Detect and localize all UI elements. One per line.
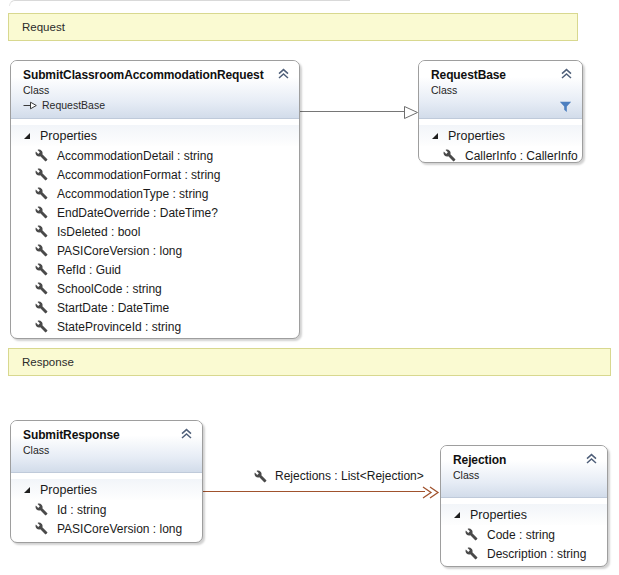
wrench-icon — [35, 522, 48, 535]
wrench-icon — [35, 168, 48, 181]
class-title: RequestBase — [431, 68, 572, 82]
class-body: Properties AccommodationDetail : string … — [11, 119, 299, 336]
wrench-icon — [465, 547, 478, 560]
compartment-header-properties[interactable]: Properties — [419, 125, 582, 146]
inherits-base-name: RequestBase — [42, 99, 105, 111]
expander-triangle-icon[interactable] — [431, 132, 439, 140]
property-text: Description : string — [487, 547, 586, 561]
compartment-label: Properties — [40, 483, 97, 497]
expander-triangle-icon[interactable] — [23, 486, 31, 494]
property-text: AccommodationFormat : string — [57, 168, 220, 182]
collapse-chevron-icon[interactable] — [180, 428, 193, 440]
property-text: Id : string — [57, 503, 106, 517]
wrench-icon — [254, 470, 267, 483]
property-text: IsDeleted : bool — [57, 225, 140, 239]
class-title: SubmitResponse — [23, 428, 192, 442]
inherits-row: RequestBase — [23, 99, 289, 111]
clipped-shape-edge — [9, 0, 350, 6]
association-connector-line[interactable] — [203, 491, 425, 492]
property-row[interactable]: PASICoreVersion : long — [11, 241, 299, 260]
wrench-icon — [35, 503, 48, 516]
class-header: RequestBase Class — [419, 61, 582, 119]
compartment-label: Properties — [40, 129, 97, 143]
inheritance-arrowhead-icon — [404, 105, 419, 123]
association-label-text: Rejections : List<Rejection> — [275, 469, 424, 483]
inheritance-arrow-icon — [23, 101, 38, 110]
property-text: PASICoreVersion : long — [57, 244, 182, 258]
property-row[interactable]: PASICoreVersion : long — [11, 519, 202, 538]
property-text: AccommodationDetail : string — [57, 149, 213, 163]
wrench-icon — [35, 320, 48, 333]
expander-triangle-icon[interactable] — [23, 132, 31, 140]
property-text: RefId : Guid — [57, 263, 121, 277]
wrench-icon — [35, 244, 48, 257]
association-label[interactable]: Rejections : List<Rejection> — [254, 469, 424, 483]
wrench-icon — [35, 263, 48, 276]
property-text: SchoolCode : string — [57, 282, 162, 296]
property-row[interactable]: SchoolCode : string — [11, 279, 299, 298]
compartment-label: Properties — [470, 508, 527, 522]
class-diagram-canvas: Request Response Rejections : List<Rejec… — [0, 0, 619, 575]
collapse-chevron-icon[interactable] — [560, 68, 573, 80]
collapse-chevron-icon[interactable] — [585, 453, 598, 465]
class-stereotype: Class — [23, 444, 192, 456]
wrench-icon — [35, 187, 48, 200]
property-text: EndDateOverride : DateTime? — [57, 206, 218, 220]
class-body: Properties CallerInfo : CallerInfo — [419, 119, 582, 163]
filter-funnel-icon[interactable] — [559, 101, 572, 113]
banner-label: Request — [22, 21, 65, 33]
compartment-header-properties[interactable]: Properties — [11, 125, 299, 146]
property-row[interactable]: AccommodationType : string — [11, 184, 299, 203]
property-row[interactable]: AccommodationDetail : string — [11, 146, 299, 165]
class-shape-submit-response[interactable]: SubmitResponse Class Properties Id : str… — [10, 420, 203, 543]
inheritance-connector-line[interactable] — [300, 111, 406, 112]
wrench-icon — [465, 528, 478, 541]
class-header: Rejection Class — [441, 446, 607, 498]
wrench-icon — [35, 206, 48, 219]
banner-label: Response — [22, 356, 74, 368]
class-title: SubmitClassroomAccommodationRequest — [23, 68, 289, 82]
property-text: CallerInfo : CallerInfo — [465, 149, 578, 163]
property-row[interactable]: IsDeleted : bool — [11, 222, 299, 241]
compartment-label: Properties — [448, 129, 505, 143]
property-text: Code : string — [487, 528, 555, 542]
wrench-icon — [35, 149, 48, 162]
property-text: PASICoreVersion : long — [57, 522, 182, 536]
class-stereotype: Class — [431, 84, 572, 96]
association-arrowhead-icon — [422, 485, 440, 503]
expander-triangle-icon[interactable] — [453, 511, 461, 519]
wrench-icon — [35, 282, 48, 295]
comment-banner-request[interactable]: Request — [8, 13, 578, 41]
class-shape-submit-classroom-accommodation-request[interactable]: SubmitClassroomAccommodationRequest Clas… — [10, 60, 300, 339]
class-body: Properties Id : string PASICoreVersion :… — [11, 473, 202, 538]
compartment-header-properties[interactable]: Properties — [441, 504, 607, 525]
property-text: StartDate : DateTime — [57, 301, 169, 315]
comment-banner-response[interactable]: Response — [8, 348, 611, 376]
class-header: SubmitResponse Class — [11, 421, 202, 473]
property-row[interactable]: EndDateOverride : DateTime? — [11, 203, 299, 222]
class-body: Properties Code : string Description : s… — [441, 498, 607, 563]
wrench-icon — [35, 301, 48, 314]
property-text: AccommodationType : string — [57, 187, 208, 201]
property-row[interactable]: AccommodationFormat : string — [11, 165, 299, 184]
class-stereotype: Class — [23, 84, 289, 96]
wrench-icon — [35, 225, 48, 238]
class-stereotype: Class — [453, 469, 597, 481]
class-header: SubmitClassroomAccommodationRequest Clas… — [11, 61, 299, 119]
property-row[interactable]: Description : string — [441, 544, 607, 563]
compartment-header-properties[interactable]: Properties — [11, 479, 202, 500]
class-title: Rejection — [453, 453, 597, 467]
collapse-chevron-icon[interactable] — [277, 68, 290, 80]
property-row[interactable]: RefId : Guid — [11, 260, 299, 279]
class-shape-request-base[interactable]: RequestBase Class Properties CallerInfo … — [418, 60, 583, 163]
property-row[interactable]: StartDate : DateTime — [11, 298, 299, 317]
property-row[interactable]: CallerInfo : CallerInfo — [419, 146, 582, 163]
property-row[interactable]: StateProvinceId : string — [11, 317, 299, 336]
property-row[interactable]: Code : string — [441, 525, 607, 544]
class-shape-rejection[interactable]: Rejection Class Properties Code : string… — [440, 445, 608, 567]
property-text: StateProvinceId : string — [57, 320, 181, 334]
property-row[interactable]: Id : string — [11, 500, 202, 519]
wrench-icon — [443, 149, 456, 162]
